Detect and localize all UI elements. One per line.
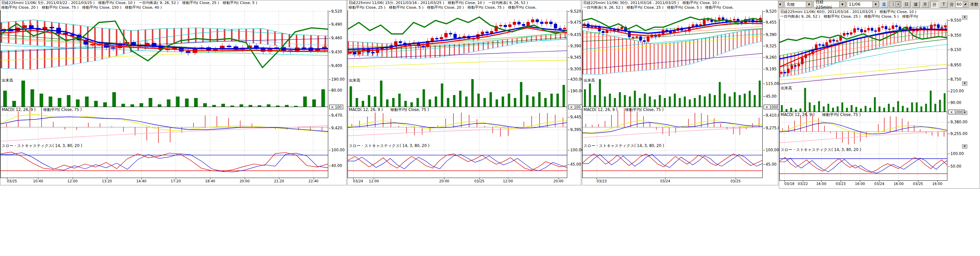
period-tick-button[interactable]: T	[940, 1, 948, 8]
volume-section-label: 出来高	[2, 78, 13, 83]
chart-window-1: 日経225mini 11/06( 5分, 2011/03/22 - 2011/0…	[0, 0, 347, 185]
chart-header-line2: 一目均衡表( 9, 26, 52 ) 移動平均( Close, 25 ) 移動平…	[780, 14, 979, 19]
price-tick-label: 9,475	[568, 20, 581, 25]
period-week-button[interactable]: 週	[912, 1, 920, 8]
price-tick-label: 9,150	[948, 47, 961, 52]
stoch-tick-label: 100.00	[763, 148, 779, 152]
chart-header-line2: 移動平均( Close, 20 ) 移動平均( Close, 75 ) 移動平均…	[2, 5, 345, 10]
time-tick-label: 20:00	[553, 179, 563, 183]
instrument-combo[interactable]: 日経225mini ▼	[813, 1, 845, 8]
category-combo[interactable]: 先物 ▼	[784, 1, 812, 8]
bar-count-label: 本数	[970, 2, 979, 7]
volume-scale: 190.0080.00× 100	[329, 78, 346, 107]
time-tick-label: 03/25	[731, 179, 741, 183]
time-tick-label: 03/25	[7, 179, 17, 183]
price-chart[interactable]	[0, 10, 328, 78]
small-period-spinner[interactable]: 1 ◢	[889, 1, 901, 8]
price-chart[interactable]	[348, 10, 567, 78]
macd-chart[interactable]: MACD( 12, 26, 9 ) 移動平均( Close, 75 )	[348, 107, 567, 143]
price-tick-label: 9,300	[568, 67, 581, 71]
period-day-button[interactable]: 日	[902, 1, 910, 8]
volume-chart[interactable]: 出来高	[348, 78, 567, 107]
volume-scale: 115.0045.00× 1000	[763, 78, 778, 107]
volume-tick-label: 80.00	[329, 88, 342, 93]
volume-section-label: 出来高	[781, 86, 792, 91]
macd-tick-label: 9,420.	[329, 126, 344, 130]
macd-section-label: MACD( 12, 26, 9 ) 移動平均( Close, 75 )	[584, 107, 664, 112]
chart-header-line2: 一目均衡表( 9, 26, 52 ) 移動平均( Close, 25 ) 移動平…	[583, 5, 777, 10]
minute-count-spinner[interactable]: 60 ◢	[956, 1, 968, 8]
volume-chart[interactable]: 出来高	[0, 78, 328, 107]
stoch-tick-label: 40.00	[329, 163, 342, 168]
price-tick-label: 9,430	[329, 50, 342, 54]
macd-tick-label: 9,380.00	[948, 120, 967, 124]
chevron-down-icon: ▼	[839, 2, 845, 7]
macd-scale: 9,445.9,395.	[568, 107, 581, 143]
instrument-combo-value: 日経225mini	[816, 0, 839, 9]
spin-edit-icon[interactable]: ◢	[963, 2, 967, 7]
time-tick-label: 16:00	[893, 182, 904, 186]
stoch-tick-label: 100.00	[948, 151, 964, 156]
stochastics-chart[interactable]: スロー・ストキャスティクス( 14, 3, 80, 20 )	[582, 143, 763, 178]
time-tick-label: 03/24	[874, 182, 884, 186]
contract-combo-value: 11/06	[849, 2, 861, 7]
period-minute-button[interactable]: 分	[931, 1, 939, 8]
time-axis: 03/2510:4012:0013:2014:4017:2018:4020:00…	[0, 178, 328, 184]
macd-chart[interactable]: MACD( 12, 26, 9 ) 移動平均( Close, 75 )	[0, 107, 328, 143]
stoch-tick-label: 45.00	[763, 162, 776, 167]
time-tick-label: 03/24	[660, 179, 670, 183]
volume-tick-label: 90.00	[948, 100, 961, 105]
period-month-button[interactable]: 月	[921, 1, 929, 8]
price-tick-label: 9,460	[329, 36, 342, 40]
stochastics-chart[interactable]: スロー・ストキャスティクス( 14, 3, 80, 20 )	[348, 143, 567, 178]
minute-unit-label: 分	[949, 2, 955, 7]
time-tick-label: 14:40	[136, 179, 146, 183]
macd-chart[interactable]: MACD( 12, 26, 9 ) 移動平均( Close, 75 )	[779, 112, 947, 147]
volume-section-label: 出来高	[349, 78, 361, 83]
spin-edit-icon[interactable]: ◢	[896, 2, 900, 7]
stoch-tick-label: 45.00	[568, 162, 581, 167]
time-axis: 03/2412:0020:0003/2512:0020:00	[348, 178, 567, 184]
price-tick-label: 9,350	[948, 33, 961, 38]
price-tick-label: 9,325	[763, 44, 776, 48]
scale-dropdown-button[interactable]: ▼	[962, 82, 967, 86]
scale-dropdown-button[interactable]: ▼	[962, 144, 967, 149]
macd-chart[interactable]: MACD( 12, 26, 9 ) 移動平均( Close, 75 )	[582, 107, 763, 143]
bar-type-button[interactable]: 足	[880, 1, 888, 8]
stoch-scale: 100.0045.00	[568, 143, 581, 178]
stoch-tick-label: 50.00	[948, 164, 961, 169]
volume-chart[interactable]: 出来高	[582, 78, 763, 107]
volume-chart[interactable]: 出来高	[779, 85, 947, 112]
price-tick-label: 9,490	[329, 22, 342, 27]
chart-header: 日経225mini 11/06( 5分, 2011/03/22 - 2011/0…	[2, 1, 345, 10]
volume-tick-label: 210.00	[948, 89, 964, 93]
time-tick-label: 03/24	[353, 179, 363, 183]
price-tick-label: 9,400	[329, 63, 342, 68]
price-chart[interactable]	[582, 10, 763, 78]
scale-dropdown-button[interactable]: ▼	[962, 110, 967, 115]
price-chart[interactable]	[779, 19, 947, 85]
stochastics-chart[interactable]: スロー・ストキャスティクス( 14, 3, 80, 20 )	[779, 147, 947, 180]
stochastics-chart[interactable]: スロー・ストキャスティクス( 14, 3, 80, 20 )	[0, 143, 328, 178]
stochastics-section-label: スロー・ストキャスティクス( 14, 3, 80, 20 )	[349, 143, 430, 148]
time-axis: 03/1803/2216:0003/2316:0003/2416:0003/25…	[779, 180, 947, 188]
macd-tick-label: 9,410.0	[763, 113, 780, 118]
chart-window-2: 日経225mini 11/06( 15分, 2011/03/16 - 2011/…	[347, 0, 581, 185]
time-tick-label: 03/25	[474, 179, 484, 183]
chart-header: 日経225mini 11/06( 60分, 2011/03/16 - 2011/…	[780, 10, 979, 19]
price-scale: 9,5209,4559,3909,3259,2609,195	[763, 10, 778, 78]
price-tick-label: 9,390	[763, 32, 776, 37]
stochastics-section-label: スロー・ストキャスティクス( 14, 3, 80, 20 )	[781, 147, 861, 152]
volume-tick-label: 45.00	[763, 94, 776, 99]
price-tick-label: 9,455	[763, 20, 776, 25]
macd-tick-label: 9,395.	[568, 127, 582, 132]
time-tick-label: 16:00	[816, 182, 826, 186]
macd-section-label: MACD( 12, 26, 9 ) 移動平均( Close, 75 )	[781, 112, 861, 117]
time-tick-label: 21:20	[274, 179, 284, 183]
stoch-tick-label: 100.00	[329, 148, 345, 152]
macd-tick-label: 9,470.	[329, 113, 344, 118]
time-tick-label: 16:00	[855, 182, 865, 186]
contract-month-combo[interactable]: 11/06 ▼	[847, 1, 879, 8]
stochastics-section-label: スロー・ストキャスティクス( 14, 3, 80, 20 )	[2, 143, 82, 148]
time-tick-label: 16:00	[932, 182, 942, 186]
